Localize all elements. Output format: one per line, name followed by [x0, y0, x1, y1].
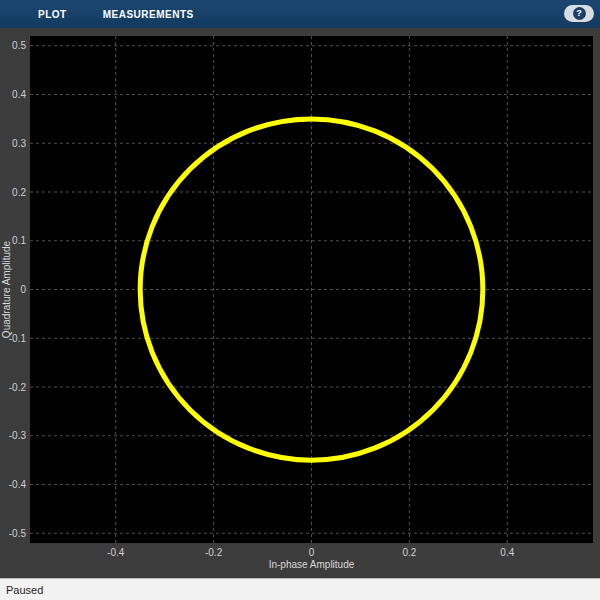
- x-tick-label: 0: [309, 547, 315, 558]
- y-tick-label: 0.3: [12, 138, 26, 149]
- help-icon: ?: [573, 7, 586, 20]
- status-text: Paused: [6, 584, 43, 596]
- y-tick-label: -0.3: [9, 430, 27, 441]
- y-tick-label: 0.4: [12, 89, 26, 100]
- status-bar: Paused: [0, 578, 600, 600]
- y-tick-label: 0.1: [12, 235, 26, 246]
- tab-measurements[interactable]: MEASUREMENTS: [103, 9, 194, 20]
- tab-plot[interactable]: PLOT: [38, 9, 67, 20]
- x-tick-label: -0.4: [107, 547, 125, 558]
- constellation-plot: -0.4-0.200.20.40.50.40.30.20.10-0.1-0.2-…: [0, 28, 600, 578]
- toolstrip: PLOT MEASUREMENTS ?: [0, 0, 600, 28]
- x-axis-label: In-phase Amplitude: [269, 559, 355, 570]
- x-tick-label: 0.4: [500, 547, 514, 558]
- y-tick-label: 0.2: [12, 187, 26, 198]
- y-tick-label: -0.2: [9, 382, 27, 393]
- y-tick-label: 0: [20, 284, 26, 295]
- y-tick-label: -0.4: [9, 479, 27, 490]
- x-tick-label: -0.2: [205, 547, 223, 558]
- y-axis-label: Quadrature Amplitude: [1, 240, 12, 338]
- help-button[interactable]: ?: [564, 5, 594, 22]
- x-tick-label: 0.2: [402, 547, 416, 558]
- y-tick-label: -0.5: [9, 528, 27, 539]
- plot-region: -0.4-0.200.20.40.50.40.30.20.10-0.1-0.2-…: [0, 28, 600, 578]
- scope-window: PLOT MEASUREMENTS ? -0.4-0.200.20.40.50.…: [0, 0, 600, 600]
- y-tick-label: 0.5: [12, 40, 26, 51]
